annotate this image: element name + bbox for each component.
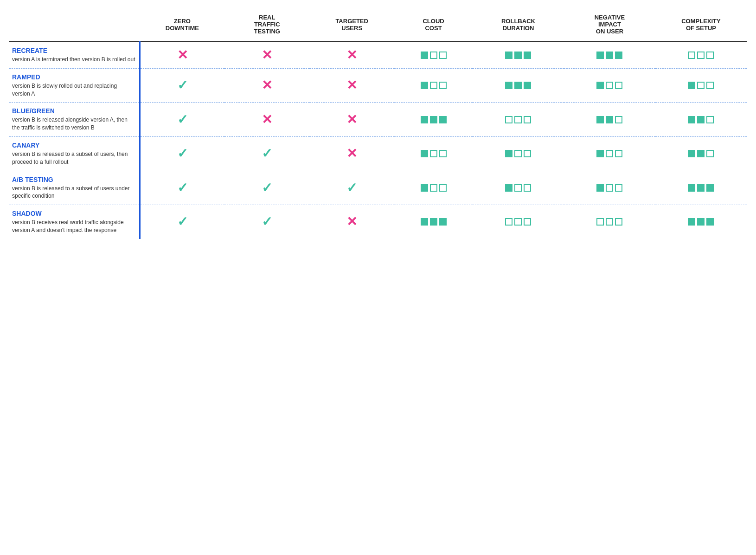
strategy-cell: CANARYversion B is released to a subset … [9,136,140,171]
check-mark: ✓ [177,181,188,195]
strategy-cell: BLUE/GREENversion B is released alongsid… [9,103,140,137]
check-mark: ✓ [346,181,357,195]
cell-rollback_duration [473,171,564,205]
x-mark: ✕ [346,48,357,62]
cell-cloud_cost [394,136,473,171]
table-row: BLUE/GREENversion B is released alongsid… [9,103,747,137]
strategy-desc: version B receives real world traffic al… [12,219,124,233]
check-mark: ✓ [262,181,272,195]
cell-real_traffic: ✕ [224,42,309,68]
cell-negative_impact [564,68,655,103]
cell-cloud_cost [394,171,473,205]
header-cloud-cost: CLOUDCOST [394,9,473,42]
cell-negative_impact [564,42,655,68]
strategy-name: CANARY [12,142,135,149]
table-row: CANARYversion B is released to a subset … [9,136,747,171]
cell-zero_downtime: ✕ [140,42,224,68]
cell-real_traffic: ✕ [224,68,309,103]
strategy-desc: version B is released alongside version … [12,116,128,131]
check-mark: ✓ [177,78,188,92]
check-mark: ✓ [262,146,272,161]
header-rollback-duration: ROLLBACKDURATION [473,9,564,42]
strategy-cell: SHADOWversion B receives real world traf… [9,205,140,239]
check-mark: ✓ [262,214,272,229]
table-row: RECREATEversion A is terminated then ver… [9,42,747,68]
cell-cloud_cost [394,205,473,239]
x-mark: ✕ [346,214,357,229]
x-mark: ✕ [262,112,272,127]
cell-zero_downtime: ✓ [140,205,224,239]
cell-negative_impact [564,103,655,137]
strategy-desc: version B is released to a subset of use… [12,185,129,200]
x-mark: ✕ [346,78,357,92]
header-zero-downtime: ZERODOWNTIME [140,9,224,42]
cell-targeted_users: ✓ [309,171,394,205]
cell-rollback_duration [473,205,564,239]
x-mark: ✕ [346,112,357,127]
cell-rollback_duration [473,68,564,103]
check-mark: ✓ [177,214,188,229]
x-mark: ✕ [177,48,188,62]
x-mark: ✕ [262,48,272,62]
header-targeted-users: TARGETEDUSERS [309,9,394,42]
cell-real_traffic: ✓ [224,136,309,171]
cell-zero_downtime: ✓ [140,103,224,137]
cell-cloud_cost [394,42,473,68]
cell-real_traffic: ✕ [224,103,309,137]
cell-targeted_users: ✕ [309,42,394,68]
cell-complexity [655,205,747,239]
cell-complexity [655,42,747,68]
cell-targeted_users: ✕ [309,205,394,239]
check-mark: ✓ [177,146,188,161]
x-mark: ✕ [346,146,357,161]
header-complexity: COMPLEXITYOF SETUP [655,9,747,42]
cell-cloud_cost [394,103,473,137]
strategy-desc: version B is slowly rolled out and repla… [12,83,117,97]
cell-cloud_cost [394,68,473,103]
table-row: A/B TESTINGversion B is released to a su… [9,171,747,205]
cell-negative_impact [564,205,655,239]
cell-rollback_duration [473,42,564,68]
comparison-table-container: ZERODOWNTIME REALTRAFFICTESTING TARGETED… [9,9,747,239]
cell-complexity [655,68,747,103]
strategy-cell: RECREATEversion A is terminated then ver… [9,42,140,68]
header-strategy [9,9,140,42]
cell-rollback_duration [473,136,564,171]
cell-zero_downtime: ✓ [140,68,224,103]
cell-real_traffic: ✓ [224,171,309,205]
strategy-name: SHADOW [12,210,135,217]
table-row: SHADOWversion B receives real world traf… [9,205,747,239]
cell-complexity [655,136,747,171]
strategy-name: RECREATE [12,47,135,54]
cell-complexity [655,103,747,137]
strategy-cell: RAMPEDversion B is slowly rolled out and… [9,68,140,103]
cell-rollback_duration [473,103,564,137]
strategy-name: RAMPED [12,73,135,81]
strategy-desc: version B is released to a subset of use… [12,151,128,165]
cell-negative_impact [564,171,655,205]
header-negative-impact: NEGATIVEIMPACTON USER [564,9,655,42]
cell-targeted_users: ✕ [309,136,394,171]
strategy-cell: A/B TESTINGversion B is released to a su… [9,171,140,205]
cell-complexity [655,171,747,205]
strategy-name: A/B TESTING [12,176,135,183]
comparison-table: ZERODOWNTIME REALTRAFFICTESTING TARGETED… [9,9,747,239]
cell-targeted_users: ✕ [309,103,394,137]
header-real-traffic: REALTRAFFICTESTING [224,9,309,42]
strategy-desc: version A is terminated then version B i… [12,56,135,63]
table-row: RAMPEDversion B is slowly rolled out and… [9,68,747,103]
cell-negative_impact [564,136,655,171]
check-mark: ✓ [177,112,188,127]
strategy-name: BLUE/GREEN [12,107,135,115]
cell-targeted_users: ✕ [309,68,394,103]
cell-zero_downtime: ✓ [140,171,224,205]
x-mark: ✕ [262,78,272,92]
cell-real_traffic: ✓ [224,205,309,239]
cell-zero_downtime: ✓ [140,136,224,171]
